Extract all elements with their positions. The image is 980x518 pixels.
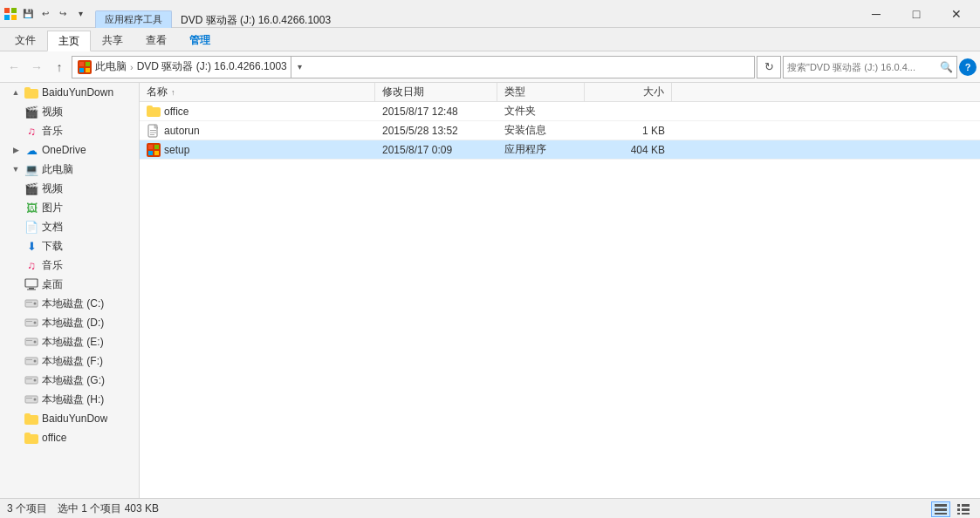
svg-rect-22 — [26, 359, 32, 360]
sort-arrow: ↑ — [171, 88, 175, 97]
up-button[interactable]: ↑ — [49, 57, 70, 78]
qat-undo[interactable]: ↩ — [38, 6, 53, 22]
svg-rect-28 — [26, 398, 32, 399]
documents-icon: 📄 — [24, 220, 38, 234]
search-bar[interactable]: 🔍 — [783, 56, 957, 78]
file-type-setup: 应用程序 — [497, 140, 585, 160]
downloads-icon: ⬇ — [24, 239, 38, 253]
tab-file[interactable]: 文件 — [3, 30, 47, 51]
svg-rect-32 — [150, 132, 156, 133]
search-input[interactable] — [787, 62, 940, 72]
svg-rect-10 — [27, 290, 36, 290]
help-button[interactable]: ? — [959, 58, 977, 76]
file-row-setup[interactable]: setup 2015/8/17 0:09 应用程序 404 KB — [140, 140, 980, 160]
sidebar-item-drive-c[interactable]: 本地磁盘 (C:) — [0, 294, 139, 313]
sidebar-item-label: BaiduYunDown — [42, 86, 113, 99]
address-dropdown[interactable]: ▾ — [291, 56, 308, 78]
sidebar-item-downloads[interactable]: ⬇ 下载 — [0, 236, 139, 256]
svg-rect-38 — [935, 504, 947, 507]
svg-rect-37 — [154, 151, 159, 155]
close-button[interactable]: ✕ — [936, 0, 977, 28]
header-size[interactable]: 大小 — [585, 83, 672, 102]
sidebar-item-computer[interactable]: ▼ 💻 此电脑 — [0, 160, 139, 179]
qat-save[interactable]: 💾 — [20, 6, 36, 22]
sidebar-item-music2[interactable]: ♫ 音乐 — [0, 256, 139, 275]
svg-rect-31 — [150, 130, 156, 131]
tab-view[interactable]: 查看 — [134, 30, 178, 51]
sidebar-item-label: BaiduYunDow — [42, 412, 107, 425]
svg-rect-42 — [957, 508, 960, 511]
svg-rect-3 — [11, 15, 17, 20]
sidebar-item-label: 本地磁盘 (E:) — [42, 335, 104, 350]
svg-point-24 — [34, 379, 37, 382]
svg-rect-6 — [79, 68, 84, 72]
svg-rect-45 — [962, 508, 970, 511]
desktop-icon — [24, 277, 38, 291]
sidebar-item-drive-e[interactable]: 本地磁盘 (E:) — [0, 332, 139, 351]
file-name-setup: setup — [140, 140, 375, 160]
sidebar-item-drive-h[interactable]: 本地磁盘 (H:) — [0, 390, 139, 409]
address-bar[interactable]: 此电脑 › DVD 驱动器 (J:) 16.0.4266.1003 ▾ — [72, 56, 755, 78]
sidebar-item-pictures[interactable]: 🖼 图片 — [0, 198, 139, 217]
svg-rect-9 — [29, 288, 34, 290]
svg-rect-43 — [957, 513, 960, 515]
folder-icon — [24, 85, 38, 99]
maximize-button[interactable]: □ — [896, 0, 936, 28]
tab-manage[interactable]: 管理 — [178, 30, 222, 51]
tab-share[interactable]: 共享 — [91, 30, 134, 51]
header-type[interactable]: 类型 — [497, 83, 585, 102]
sidebar-item-label: OneDrive — [42, 144, 86, 156]
sidebar-item-baiduyundown[interactable]: ▲ BaiduYunDown — [0, 83, 139, 102]
tab-home[interactable]: 主页 — [47, 31, 91, 51]
sidebar-item-label: 图片 — [42, 201, 63, 215]
svg-rect-46 — [962, 513, 970, 515]
sidebar-item-drive-g[interactable]: 本地磁盘 (G:) — [0, 371, 139, 390]
main-area: ▲ BaiduYunDown 🎬 视频 ♫ 音乐 ▶ ☁ OneDrive ▼ … — [0, 83, 980, 498]
drive-icon — [24, 316, 38, 330]
sidebar-item-music1[interactable]: ♫ 音乐 — [0, 121, 139, 140]
drive-icon — [24, 335, 38, 349]
navigation-bar: ← → ↑ 此电脑 › DVD 驱动器 (J:) 16.0.4266.1003 … — [0, 51, 980, 83]
sidebar-item-documents[interactable]: 📄 文档 — [0, 217, 139, 236]
sidebar-item-drive-f[interactable]: 本地磁盘 (F:) — [0, 351, 139, 371]
sidebar-item-video2[interactable]: 🎬 视频 — [0, 179, 139, 198]
file-name-office: office — [140, 102, 375, 121]
autorun-icon — [147, 124, 161, 138]
qat-redo[interactable]: ↪ — [55, 6, 71, 22]
file-type-autorun: 安装信息 — [497, 121, 585, 140]
sidebar-item-desktop[interactable]: 桌面 — [0, 275, 139, 294]
svg-rect-34 — [148, 145, 153, 149]
svg-rect-33 — [150, 134, 154, 135]
file-row-office[interactable]: office 2015/8/17 12:48 文件夹 — [140, 102, 980, 121]
expand-icon: ▲ — [10, 87, 21, 98]
file-date-setup: 2015/8/17 0:09 — [375, 140, 497, 160]
svg-point-18 — [34, 341, 37, 344]
forward-button[interactable]: → — [26, 57, 47, 78]
sidebar-item-onedrive[interactable]: ▶ ☁ OneDrive — [0, 140, 139, 160]
minimize-button[interactable]: ─ — [856, 0, 896, 28]
header-date[interactable]: 修改日期 — [375, 83, 497, 102]
search-icon[interactable]: 🔍 — [940, 61, 953, 73]
video-icon: 🎬 — [24, 181, 38, 195]
header-name[interactable]: 名称 ↑ — [140, 83, 375, 102]
sidebar-item-office[interactable]: office — [0, 428, 139, 447]
drive-icon — [24, 296, 38, 310]
drive-icon — [24, 373, 38, 387]
qat-dropdown[interactable]: ▾ — [72, 6, 88, 22]
view-details-button[interactable] — [954, 501, 973, 517]
sidebar-item-video1[interactable]: 🎬 视频 — [0, 102, 139, 121]
svg-rect-4 — [79, 62, 84, 66]
sidebar-item-drive-d[interactable]: 本地磁盘 (D:) — [0, 313, 139, 332]
status-bar: 3 个项目 选中 1 个项目 403 KB — [0, 498, 980, 518]
drive-icon — [24, 392, 38, 406]
svg-rect-5 — [86, 62, 90, 66]
back-button[interactable]: ← — [3, 57, 24, 78]
file-name-autorun: autorun — [140, 121, 375, 140]
sidebar-item-baiduyundow2[interactable]: BaiduYunDow — [0, 409, 139, 428]
svg-rect-16 — [26, 321, 32, 322]
video-icon: 🎬 — [24, 105, 38, 119]
app-icon — [3, 7, 17, 21]
view-list-button[interactable] — [931, 501, 950, 517]
refresh-button[interactable]: ↻ — [757, 56, 781, 78]
file-row-autorun[interactable]: autorun 2015/5/28 13:52 安装信息 1 KB — [140, 121, 980, 140]
